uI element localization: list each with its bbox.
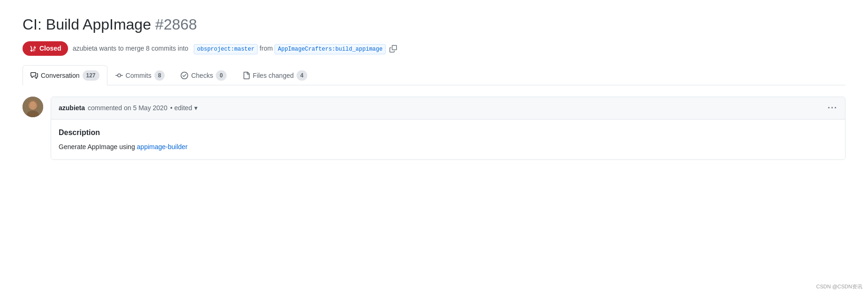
source-branch-tag[interactable]: AppImageCrafters:build_appimage: [274, 44, 386, 54]
pr-number: #2868: [155, 16, 197, 33]
status-badge: Closed: [23, 41, 68, 56]
status-description-text: azubieta wants to merge 8 commits into: [73, 45, 189, 52]
comment-header: azubieta commented on 5 May 2020 • edite…: [51, 97, 845, 120]
copy-branch-icon[interactable]: [389, 44, 397, 52]
tab-files-changed-label: Files changed: [253, 71, 294, 81]
comment-box: azubieta commented on 5 May 2020 • edite…: [51, 97, 845, 160]
comment-header-left: azubieta commented on 5 May 2020 • edite…: [59, 103, 198, 113]
checks-icon: [181, 72, 188, 79]
commits-icon: [115, 72, 123, 79]
tab-checks-count: 0: [216, 70, 227, 81]
comment-description-heading: Description: [59, 127, 838, 138]
status-row: Closed azubieta wants to merge 8 commits…: [23, 41, 845, 56]
tab-checks-label: Checks: [191, 71, 213, 81]
svg-point-3: [30, 101, 36, 108]
tab-commits[interactable]: Commits 8: [107, 65, 173, 85]
comment-edited-label: • edited: [170, 103, 192, 113]
comment-date: commented on 5 May 2020: [88, 103, 168, 113]
comment-description-text: Generate AppImage using: [59, 143, 137, 151]
tab-commits-label: Commits: [126, 71, 152, 81]
comment-menu-button[interactable]: ···: [828, 102, 838, 114]
target-branch-tag[interactable]: obsproject:master: [194, 44, 258, 54]
avatar: [23, 97, 43, 117]
comment-description-link[interactable]: appimage-builder: [137, 143, 188, 151]
tab-files-changed[interactable]: Files changed 4: [235, 65, 315, 85]
conversation-icon: [30, 72, 38, 79]
tab-commits-count: 8: [154, 70, 165, 81]
closed-icon: [29, 45, 37, 53]
pr-title: CI: Build AppImage #2868: [23, 15, 845, 34]
tab-files-changed-count: 4: [297, 70, 307, 81]
pr-title-text: CI: Build AppImage: [23, 16, 151, 33]
tab-conversation-label: Conversation: [41, 71, 80, 81]
files-changed-icon: [243, 72, 250, 79]
comment-section: azubieta commented on 5 May 2020 • edite…: [23, 97, 845, 167]
comment-author[interactable]: azubieta: [59, 103, 85, 113]
comment-body: Description Generate AppImage using appi…: [51, 120, 845, 159]
comment-menu-dots: ···: [828, 102, 838, 114]
tabs-container: Conversation 127 Commits 8 Checks 0: [23, 65, 845, 85]
tab-checks[interactable]: Checks 0: [173, 65, 234, 85]
comment-edited: • edited ▾: [170, 103, 198, 113]
status-description: azubieta wants to merge 8 commits into o…: [73, 43, 397, 54]
tab-conversation[interactable]: Conversation 127: [23, 65, 107, 85]
from-text: from: [259, 45, 273, 52]
comment-edited-dropdown[interactable]: ▾: [194, 103, 198, 113]
tab-conversation-count: 127: [83, 70, 99, 81]
status-badge-label: Closed: [39, 44, 61, 53]
